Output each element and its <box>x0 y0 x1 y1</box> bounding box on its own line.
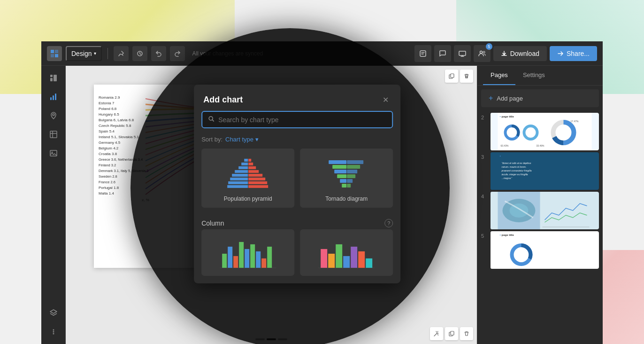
page-thumbnail-5[interactable]: 5 ▪ page title <box>481 231 599 269</box>
page-thumbnail-3[interactable]: 3 ▪ "donec et odio at ex dapibus rutrum.… <box>481 152 599 190</box>
tornado-diagram-preview <box>314 154 379 192</box>
svg-text:Malta 1.4: Malta 1.4 <box>99 191 114 195</box>
trash-btn[interactable] <box>460 327 473 340</box>
chart-card-population-pyramid[interactable]: Population pyramid <box>201 149 294 208</box>
history-btn[interactable] <box>132 46 147 61</box>
sidebar-item-more[interactable] <box>45 323 62 340</box>
svg-rect-160 <box>336 244 342 268</box>
svg-text:Spain 5.4: Spain 5.4 <box>99 129 115 133</box>
undo-btn[interactable] <box>151 46 166 61</box>
svg-text:Bulgaria 6, Latvia 6.8: Bulgaria 6, Latvia 6.8 <box>99 118 134 122</box>
add-chart-panel: Add chart ✕ Sort by: Chart type ▾ <box>194 85 400 283</box>
collaborate-badge: 5 <box>486 43 492 50</box>
svg-rect-3 <box>55 54 58 57</box>
page-number-5: 5 <box>481 231 487 239</box>
panel-title: Add chart <box>203 94 243 104</box>
share-button[interactable]: Share... <box>550 46 597 61</box>
design-label: Design <box>71 50 92 57</box>
svg-rect-150 <box>233 256 238 268</box>
svg-rect-121 <box>238 166 248 169</box>
svg-text:Germany 4.5: Germany 4.5 <box>99 141 121 145</box>
redo-btn[interactable] <box>170 46 185 61</box>
page-thumbnail-2[interactable]: 2 ▪ page title <box>481 113 599 150</box>
svg-text:33.49%: 33.49% <box>537 144 545 147</box>
duplicate-slide-btn[interactable] <box>445 70 458 83</box>
panel-header: Add chart ✕ <box>194 85 400 111</box>
svg-rect-6 <box>459 51 466 55</box>
svg-text:Ireland 5.1, Slovakia 5.1: Ireland 5.1, Slovakia 5.1 <box>99 135 139 139</box>
svg-point-20 <box>53 331 54 333</box>
svg-text:page title: page title <box>502 234 514 236</box>
delete-slide-btn[interactable] <box>460 70 473 83</box>
close-panel-button[interactable]: ✕ <box>380 94 391 105</box>
magic-wand-btn[interactable] <box>430 327 443 340</box>
column-chart-grid <box>194 229 400 283</box>
svg-rect-123 <box>232 174 248 177</box>
svg-text:▪: ▪ <box>500 115 501 118</box>
column-section-help-btn[interactable]: ? <box>384 219 393 227</box>
chart-card-column-1[interactable] <box>201 229 294 276</box>
svg-text:rutrum. mauris id lorem.: rutrum. mauris id lorem. <box>502 165 527 168</box>
comment-btn[interactable] <box>434 45 451 62</box>
sort-label: Sort by: <box>201 136 222 143</box>
sidebar-item-image[interactable] <box>45 145 62 162</box>
sidebar-item-table[interactable] <box>45 126 62 143</box>
svg-text:...magoa.": ...magoa." <box>502 177 513 180</box>
svg-text:Croatia 3.8: Croatia 3.8 <box>99 152 117 156</box>
sidebar-item-charts[interactable] <box>45 88 62 105</box>
column-section-header: Column ? <box>194 215 400 229</box>
sidebar-item-map[interactable] <box>45 107 62 124</box>
svg-point-19 <box>53 329 54 331</box>
app-logo <box>47 46 62 61</box>
sort-value-btn[interactable]: Chart type ▾ <box>225 136 259 143</box>
svg-rect-146 <box>347 184 351 188</box>
pin-btn[interactable] <box>114 46 129 61</box>
svg-rect-125 <box>228 181 248 184</box>
download-button[interactable]: Download <box>493 46 547 61</box>
page-number-3: 3 <box>481 152 487 160</box>
search-input[interactable] <box>218 116 386 123</box>
page-thumbnail-4[interactable]: 4 <box>481 192 599 229</box>
design-dropdown-btn[interactable]: Design ▾ <box>66 46 102 61</box>
svg-text:"donec et odio at ex dapibus: "donec et odio at ex dapibus <box>502 162 531 164</box>
plus-icon: + <box>489 94 493 102</box>
svg-rect-13 <box>53 95 54 100</box>
right-panel: Pages Settings + Add page 2 ▪ <box>477 66 603 344</box>
toolbar-divider-1 <box>107 48 108 59</box>
svg-rect-5 <box>420 51 426 56</box>
chart-card-column-2[interactable] <box>300 229 393 276</box>
svg-rect-164 <box>366 258 372 268</box>
svg-text:iaculis. integer eu fringilla: iaculis. integer eu fringilla <box>502 173 528 176</box>
search-box[interactable] <box>201 111 393 128</box>
svg-rect-148 <box>222 254 227 268</box>
sidebar-item-home[interactable] <box>45 70 62 86</box>
share-label: Share... <box>567 50 590 57</box>
svg-text:▪: ▪ <box>500 155 501 157</box>
notes-btn[interactable] <box>414 45 431 62</box>
svg-rect-152 <box>245 249 249 268</box>
svg-text:▪: ▪ <box>500 234 501 236</box>
sidebar-item-layers[interactable] <box>45 305 62 321</box>
svg-point-8 <box>483 51 485 53</box>
page-preview-3: ▪ "donec et odio at ex dapibus rutrum. m… <box>491 152 599 190</box>
svg-rect-145 <box>342 184 346 188</box>
svg-rect-163 <box>358 251 365 268</box>
svg-rect-155 <box>261 258 266 268</box>
population-pyramid-preview <box>215 154 281 192</box>
svg-rect-128 <box>248 163 253 165</box>
svg-rect-142 <box>347 174 355 178</box>
svg-rect-158 <box>321 249 327 268</box>
add-page-button[interactable]: + Add page <box>481 89 599 107</box>
collaborate-btn[interactable]: 5 <box>474 45 491 62</box>
chart-grid: Population pyramid <box>194 149 400 215</box>
present-btn[interactable] <box>454 45 471 62</box>
svg-rect-135 <box>329 160 346 164</box>
chart-card-tornado-diagram[interactable]: Tornado diagram <box>300 149 393 208</box>
svg-text:17.47%: 17.47% <box>571 120 579 123</box>
tab-settings[interactable]: Settings <box>515 66 552 85</box>
tab-pages[interactable]: Pages <box>483 66 515 85</box>
svg-text:63.43%: 63.43% <box>501 144 509 147</box>
left-sidebar <box>41 66 66 344</box>
copy-btn[interactable] <box>445 327 458 340</box>
svg-rect-139 <box>334 170 346 173</box>
